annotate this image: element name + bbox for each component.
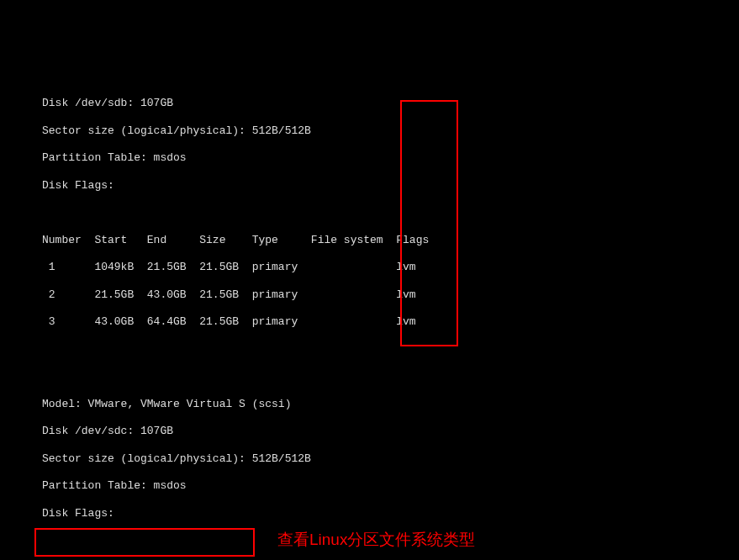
disk-flags: Disk Flags: [42, 507, 714, 520]
annotation-text: 查看Linux分区文件系统类型 [277, 530, 475, 550]
blank-line [42, 206, 714, 219]
disk-header: Disk /dev/sdb: 107GB [42, 97, 714, 110]
sector-size: Sector size (logical/physical): 512B/512… [42, 452, 714, 466]
table-row: 3 43.0GB 64.4GB 21.5GB primary lvm [42, 315, 714, 329]
disk-header: Disk /dev/sdc: 107GB [42, 425, 714, 438]
highlight-box-flags [400, 100, 458, 346]
partition-table: Partition Table: msdos [42, 479, 714, 493]
sector-size: Sector size (logical/physical): 512B/512… [42, 124, 714, 138]
partition-table: Partition Table: msdos [42, 151, 714, 165]
table-row: 1 1049kB 21.5GB 21.5GB primary lvm [42, 261, 714, 274]
disk-model: Model: VMware, VMware Virtual S (scsi) [42, 398, 714, 411]
disk-flags: Disk Flags: [42, 179, 714, 193]
blank-line [42, 343, 714, 357]
table-header: Number Start End Size Type File system F… [42, 234, 714, 247]
table-row: 2 21.5GB 43.0GB 21.5GB primary lvm [42, 288, 714, 302]
blank-line [42, 370, 714, 383]
